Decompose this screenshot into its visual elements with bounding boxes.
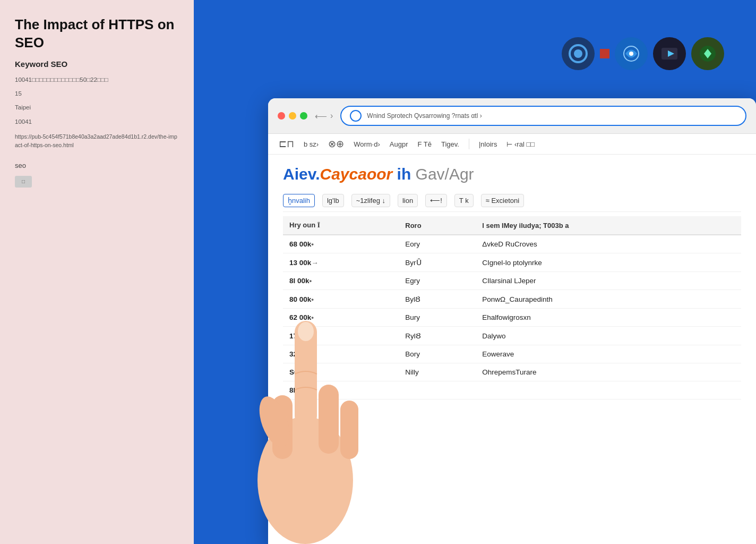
postal-code: 10041 bbox=[15, 117, 179, 126]
toolbar-divider bbox=[469, 139, 469, 149]
heading-part4: Gav/Agr bbox=[416, 165, 474, 183]
table-row: 80 00k• BylȢ PonwΩ_Caurapedinth bbox=[283, 290, 741, 309]
red-dot bbox=[600, 49, 609, 58]
cell-num-6: 32 00k• bbox=[283, 345, 399, 363]
nav-buttons: ⟵ › bbox=[315, 111, 333, 121]
svg-point-1 bbox=[574, 49, 582, 58]
minimize-button[interactable] bbox=[289, 112, 296, 120]
left-sidebar: The Impact of HTTPS on SEO Keyword SEO 1… bbox=[0, 0, 194, 544]
cell-col2-0: Eory bbox=[399, 235, 476, 253]
table-row: 62 00k• Bury Ehalfowigrosxn bbox=[283, 309, 741, 327]
url-icon bbox=[350, 110, 362, 122]
sub-btn-arrow[interactable]: ⟵! bbox=[425, 194, 447, 207]
cell-col2-2: Egry bbox=[399, 272, 476, 290]
article-url: https://pub-5c454f571b8e40a3a2aad27ade84… bbox=[15, 133, 179, 150]
seo-label: seo bbox=[15, 162, 179, 169]
cell-col2-4: Bury bbox=[399, 309, 476, 327]
svg-point-3 bbox=[629, 52, 633, 56]
seo-icon: □ bbox=[15, 176, 32, 188]
toolbar-augpr[interactable]: Augpr bbox=[390, 140, 408, 148]
sub-btn-tk[interactable]: T k bbox=[454, 194, 474, 207]
cell-col3-6: Eowerave bbox=[476, 345, 741, 363]
cell-num-3: 80 00k• bbox=[283, 290, 399, 309]
table-row: 68 00k• Eory ΔvkeD RuCroves bbox=[283, 235, 741, 253]
table-header-row: Hry oun Ī Roro l sem IMey iludya; T003b … bbox=[283, 216, 741, 235]
cell-col3-5: Dalywo bbox=[476, 327, 741, 345]
back-icon[interactable]: ⟵ bbox=[315, 111, 327, 121]
col-header-1: Hry oun Ī bbox=[283, 216, 399, 235]
browser-chrome: ⟵ › Wnind Sprotech Qvsarrowing ?rnats αt… bbox=[268, 98, 756, 134]
cell-col2-5: RylȢ bbox=[399, 327, 476, 345]
cell-num-7: S0 00k• bbox=[283, 363, 399, 381]
browser-icons bbox=[562, 37, 724, 70]
heading-part3: ih bbox=[392, 165, 411, 183]
url-bar[interactable]: Wnind Sprotech Qvsarrowing ?rnats αtl › bbox=[340, 106, 746, 126]
cell-col3-3: PonwΩ_Caurapedinth bbox=[476, 290, 741, 309]
toolbar-icon-1[interactable]: ⊏⊓ bbox=[279, 138, 294, 150]
table-row: 13 00k→ ByrȖ CIgnel-lo ptolynrke bbox=[283, 253, 741, 272]
toolbar-worm[interactable]: Worm·d› bbox=[354, 140, 380, 148]
table-row: 32 00k• Bory Eowerave bbox=[283, 345, 741, 363]
right-panel: ⟵ › Wnind Sprotech Qvsarrowing ?rnats αt… bbox=[194, 0, 756, 544]
toolbar-nloirs[interactable]: |nloirs bbox=[479, 140, 497, 148]
app-toolbar: ⊏⊓ b sz› ⊗⊕ Worm·d› Augpr F Tē Tigev. |n… bbox=[268, 134, 756, 155]
cell-num-0: 68 00k• bbox=[283, 235, 399, 253]
cell-num-4: 62 00k• bbox=[283, 309, 399, 327]
cell-col3-4: Ehalfowigrosxn bbox=[476, 309, 741, 327]
sub-btn-exciet[interactable]: ≈ Excietoni bbox=[481, 194, 525, 207]
meta-line1: 10041□□□□□□□□□□□□□50□22□□□ bbox=[15, 75, 179, 84]
cell-col3-0: ΔvkeD RuCroves bbox=[476, 235, 741, 253]
app-content: Aiev.Caycaoor ih Gav/Agr ḫnvalih lg'lb ~… bbox=[268, 155, 756, 410]
cell-col2-6: Bory bbox=[399, 345, 476, 363]
city: Taipei bbox=[15, 103, 179, 112]
table-row: 8l 00k• Egry CIlarsinal LJeper bbox=[283, 272, 741, 290]
table-row: S0 00k• Nilly OhrepemsTurare bbox=[283, 363, 741, 381]
cell-col3-1: CIgnel-lo ptolynrke bbox=[476, 253, 741, 272]
data-table: Hry oun Ī Roro l sem IMey iludya; T003b … bbox=[283, 216, 741, 400]
traffic-lights bbox=[278, 112, 307, 120]
toolbar-te[interactable]: F Tē bbox=[417, 140, 432, 148]
icon-browser-2 bbox=[615, 37, 648, 70]
meta-line2: 15 bbox=[15, 89, 179, 98]
icon-browser-3 bbox=[653, 37, 686, 70]
cell-col3-2: CIlarsinal LJeper bbox=[476, 272, 741, 290]
icon-browser-4 bbox=[691, 37, 724, 70]
cell-col2-8 bbox=[399, 381, 476, 400]
sub-btn-lg[interactable]: lg'lb bbox=[322, 194, 344, 207]
cell-col3-8 bbox=[476, 381, 741, 400]
table-body: 68 00k• Eory ΔvkeD RuCroves 13 00k→ ByrȖ… bbox=[283, 235, 741, 400]
cell-col2-3: BylȢ bbox=[399, 290, 476, 309]
maximize-button[interactable] bbox=[300, 112, 307, 120]
table-row: 17 00k• RylȢ Dalywo bbox=[283, 327, 741, 345]
app-heading: Aiev.Caycaoor ih Gav/Agr bbox=[283, 165, 741, 183]
toolbar-ral[interactable]: ⊢ ‹ral □□ bbox=[506, 140, 535, 148]
browser-window: ⟵ › Wnind Sprotech Qvsarrowing ?rnats αt… bbox=[268, 98, 756, 544]
col-header-2: Roro bbox=[399, 216, 476, 235]
cell-col2-7: Nilly bbox=[399, 363, 476, 381]
icon-browser-1 bbox=[562, 37, 595, 70]
forward-icon[interactable]: › bbox=[330, 111, 333, 121]
close-button[interactable] bbox=[278, 112, 285, 120]
table-row: 8F 00k• bbox=[283, 381, 741, 400]
cell-col2-1: ByrȖ bbox=[399, 253, 476, 272]
cell-num-1: 13 00k→ bbox=[283, 253, 399, 272]
sub-btn-lion[interactable]: lion bbox=[398, 194, 418, 207]
heading-part2: Caycaoor bbox=[320, 165, 392, 183]
cell-num-8: 8F 00k• bbox=[283, 381, 399, 400]
keyword-label: Keyword SEO bbox=[15, 60, 179, 69]
cell-num-2: 8l 00k• bbox=[283, 272, 399, 290]
sub-toolbar: ḫnvalih lg'lb ~1zlifeg ↓ lion ⟵! T k ≈ E… bbox=[283, 190, 741, 212]
col-header-3: l sem IMey iludya; T003b a bbox=[476, 216, 741, 235]
article-title: The Impact of HTTPS on SEO bbox=[15, 16, 179, 52]
cell-num-5: 17 00k• bbox=[283, 327, 399, 345]
heading-part1: Aiev. bbox=[283, 165, 320, 183]
sub-btn-lifeg[interactable]: ~1zlifeg ↓ bbox=[351, 194, 390, 207]
toolbar-tiger[interactable]: Tigev. bbox=[441, 140, 459, 148]
url-text: Wnind Sprotech Qvsarrowing ?rnats αtl › bbox=[367, 112, 482, 120]
toolbar-icon-2[interactable]: ⊗⊕ bbox=[328, 138, 344, 150]
toolbar-text-1[interactable]: b sz› bbox=[304, 140, 319, 148]
sub-btn-invalid[interactable]: ḫnvalih bbox=[283, 194, 315, 207]
cell-col3-7: OhrepemsTurare bbox=[476, 363, 741, 381]
